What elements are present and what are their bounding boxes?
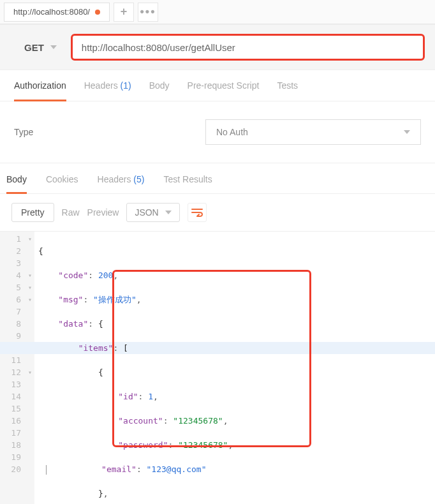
tab-tests[interactable]: Tests	[277, 80, 298, 101]
auth-type-value: No Auth	[216, 127, 248, 137]
chevron-down-icon	[50, 45, 57, 49]
auth-type-select[interactable]: No Auth	[205, 119, 421, 145]
resp-tab-headers-label: Headers	[98, 174, 131, 184]
response-toolbar: Pretty Raw Preview JSON	[0, 194, 435, 232]
tab-authorization[interactable]: Authorization	[14, 80, 66, 101]
auth-type-label: Type	[14, 127, 180, 137]
view-raw[interactable]: Raw	[62, 207, 80, 218]
tab-title: http://localhost:8080/	[13, 7, 90, 17]
request-subtabs: Authorization Headers (1) Body Pre-reque…	[0, 70, 435, 101]
auth-type-row: Type No Auth	[0, 101, 435, 163]
response-tabs: Body Cookies Headers (5) Test Results	[0, 163, 435, 194]
resp-tab-headers-count: (5)	[133, 174, 144, 184]
resp-tab-body[interactable]: Body	[6, 174, 27, 194]
response-body: 12345 6789 10 1112131415 1617181920 ▾▾▾ …	[0, 232, 435, 504]
tab-strip: http://localhost:8080/ + •••	[0, 0, 435, 24]
resp-tab-cookies[interactable]: Cookies	[46, 174, 78, 193]
http-method-label: GET	[24, 42, 44, 53]
new-tab-button[interactable]: +	[114, 3, 134, 22]
format-select[interactable]: JSON	[126, 203, 179, 222]
resp-tab-headers[interactable]: Headers (5)	[98, 174, 145, 193]
cursor-indicator	[46, 465, 47, 475]
tab-prerequest[interactable]: Pre-request Script	[188, 80, 260, 101]
tab-headers-count: (1)	[121, 80, 131, 91]
http-method-select[interactable]: GET	[10, 34, 71, 61]
chevron-down-icon	[404, 130, 410, 134]
tab-menu-button[interactable]: •••	[138, 3, 158, 22]
chevron-down-icon	[165, 211, 172, 214]
fold-gutter: ▾▾▾ ▾ ▾	[26, 232, 34, 504]
wrap-icon	[191, 208, 203, 217]
wrap-lines-button[interactable]	[188, 203, 207, 222]
format-label: JSON	[135, 207, 158, 218]
line-gutter: 12345 6789 10 1112131415 1617181920	[0, 232, 26, 504]
view-preview[interactable]: Preview	[87, 207, 119, 218]
request-tab[interactable]: http://localhost:8080/	[4, 3, 110, 22]
resp-tab-test-results[interactable]: Test Results	[163, 174, 212, 193]
tab-headers[interactable]: Headers (1)	[84, 80, 131, 101]
view-pretty[interactable]: Pretty	[11, 203, 54, 222]
tab-body[interactable]: Body	[149, 80, 170, 101]
url-input-highlight	[71, 34, 425, 61]
request-bar: GET	[0, 24, 435, 70]
url-input[interactable]	[82, 42, 414, 53]
unsaved-dot-icon	[95, 10, 100, 15]
tab-headers-label: Headers	[84, 80, 118, 91]
code-content[interactable]: { "code": 200, "msg": "操作成功", "data": { …	[34, 232, 435, 504]
